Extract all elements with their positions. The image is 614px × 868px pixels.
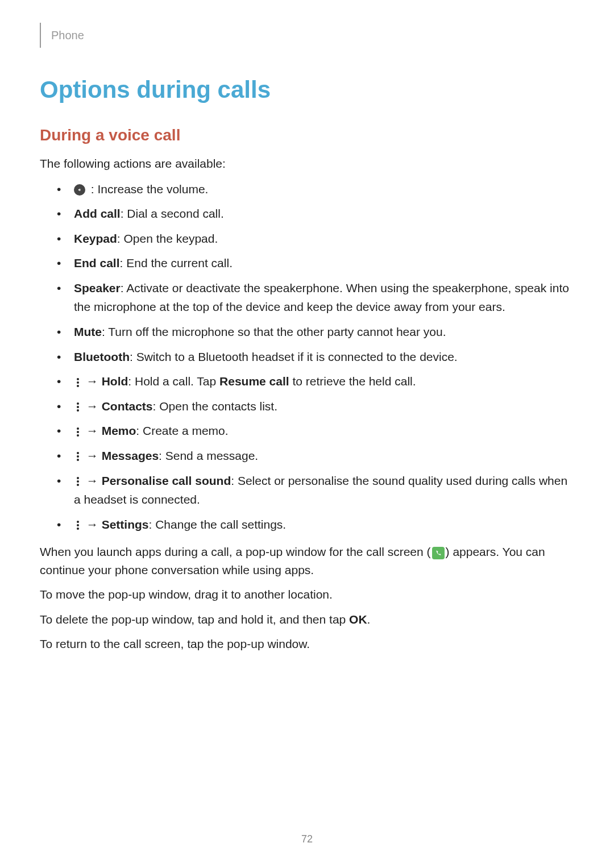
more-options-icon bbox=[74, 476, 82, 487]
list-item: → Memo: Create a memo. bbox=[57, 421, 574, 441]
list-item: → Settings: Change the call settings. bbox=[57, 515, 574, 534]
arrow-text: → bbox=[83, 474, 102, 487]
list-item: Add call: Dial a second call. bbox=[57, 204, 574, 223]
header-marker bbox=[40, 23, 41, 48]
list-item: Speaker: Activate or deactivate the spea… bbox=[57, 279, 574, 317]
item-label: Hold bbox=[102, 375, 128, 388]
list-item: Keypad: Open the keypad. bbox=[57, 229, 574, 248]
svg-point-3 bbox=[77, 402, 79, 405]
list-item: Mute: Turn off the microphone so that th… bbox=[57, 322, 574, 342]
arrow-text: → bbox=[83, 424, 102, 437]
arrow-text: → bbox=[83, 518, 102, 531]
item-text: : Open the keypad. bbox=[117, 232, 218, 245]
list-item: : Increase the volume. bbox=[57, 180, 574, 199]
svg-point-7 bbox=[77, 431, 79, 433]
volume-icon bbox=[74, 184, 85, 196]
more-options-icon bbox=[74, 520, 82, 531]
item-label: Add call bbox=[74, 207, 121, 220]
item-text: : Increase the volume. bbox=[88, 182, 208, 196]
resume-label: Resume call bbox=[219, 375, 289, 388]
item-label: Mute bbox=[74, 325, 102, 338]
more-options-icon bbox=[74, 426, 82, 438]
svg-point-15 bbox=[77, 521, 79, 523]
svg-point-9 bbox=[77, 452, 79, 454]
item-label: Messages bbox=[102, 449, 159, 462]
item-label: Bluetooth bbox=[74, 350, 130, 363]
ok-label: OK bbox=[349, 613, 367, 626]
item-label: Memo bbox=[102, 424, 136, 437]
popup-paragraph: When you launch apps during a call, a po… bbox=[40, 543, 574, 579]
more-options-icon bbox=[74, 451, 82, 462]
list-item: Bluetooth: Switch to a Bluetooth headset… bbox=[57, 347, 574, 367]
item-text: : Hold a call. Tap bbox=[128, 375, 219, 388]
delete-paragraph: To delete the pop-up window, tap and hol… bbox=[40, 610, 574, 629]
page-title: Options during calls bbox=[40, 76, 574, 103]
return-paragraph: To return to the call screen, tap the po… bbox=[40, 635, 574, 653]
item-text: : Activate or deactivate the speakerphon… bbox=[74, 281, 569, 314]
arrow-text: → bbox=[83, 400, 102, 413]
para-text: . bbox=[367, 613, 371, 626]
item-text: : Switch to a Bluetooth headset if it is… bbox=[130, 350, 458, 363]
svg-point-13 bbox=[77, 480, 79, 483]
svg-point-16 bbox=[77, 524, 79, 526]
more-options-icon bbox=[74, 401, 82, 413]
para-text: When you launch apps during a call, a po… bbox=[40, 545, 431, 558]
svg-point-8 bbox=[77, 434, 79, 437]
svg-point-17 bbox=[77, 528, 79, 530]
call-popup-icon bbox=[432, 547, 445, 559]
svg-point-6 bbox=[77, 427, 79, 430]
section-subtitle: During a voice call bbox=[40, 126, 574, 144]
svg-point-14 bbox=[77, 484, 79, 486]
more-options-icon bbox=[74, 377, 82, 388]
list-item: → Contacts: Open the contacts list. bbox=[57, 397, 574, 416]
list-item: End call: End the current call. bbox=[57, 254, 574, 273]
svg-point-11 bbox=[77, 459, 79, 461]
para-text: To delete the pop-up window, tap and hol… bbox=[40, 613, 349, 626]
arrow-text: → bbox=[83, 375, 102, 388]
item-text: to retrieve the held call. bbox=[289, 375, 416, 388]
header-label: Phone bbox=[51, 29, 84, 42]
list-item: → Personalise call sound: Select or pers… bbox=[57, 471, 574, 509]
svg-point-1 bbox=[77, 381, 79, 384]
page-number: 72 bbox=[301, 833, 313, 845]
page-header: Phone bbox=[40, 23, 574, 48]
svg-point-10 bbox=[77, 455, 79, 458]
item-text: : Change the call settings. bbox=[149, 518, 287, 531]
options-list: : Increase the volume. Add call: Dial a … bbox=[40, 180, 574, 534]
svg-point-4 bbox=[77, 406, 79, 408]
list-item: → Messages: Send a message. bbox=[57, 446, 574, 466]
svg-point-0 bbox=[77, 378, 79, 380]
item-label: Keypad bbox=[74, 232, 117, 245]
list-item: → Hold: Hold a call. Tap Resume call to … bbox=[57, 372, 574, 391]
item-text: : Turn off the microphone so that the ot… bbox=[102, 325, 446, 338]
item-label: Contacts bbox=[102, 400, 153, 413]
svg-point-5 bbox=[77, 409, 79, 412]
item-label: Settings bbox=[102, 518, 149, 531]
item-label: Personalise call sound bbox=[102, 474, 231, 487]
item-text: : Dial a second call. bbox=[121, 207, 224, 220]
item-text: : Create a memo. bbox=[136, 424, 228, 437]
svg-point-2 bbox=[77, 385, 79, 387]
item-label: End call bbox=[74, 256, 120, 269]
item-text: : Open the contacts list. bbox=[153, 400, 277, 413]
item-text: : Send a message. bbox=[159, 449, 258, 462]
item-text: : End the current call. bbox=[120, 256, 233, 269]
svg-point-12 bbox=[77, 477, 79, 479]
arrow-text: → bbox=[83, 449, 102, 462]
intro-paragraph: The following actions are available: bbox=[40, 155, 574, 173]
move-paragraph: To move the pop-up window, drag it to an… bbox=[40, 585, 574, 604]
item-label: Speaker bbox=[74, 281, 121, 294]
